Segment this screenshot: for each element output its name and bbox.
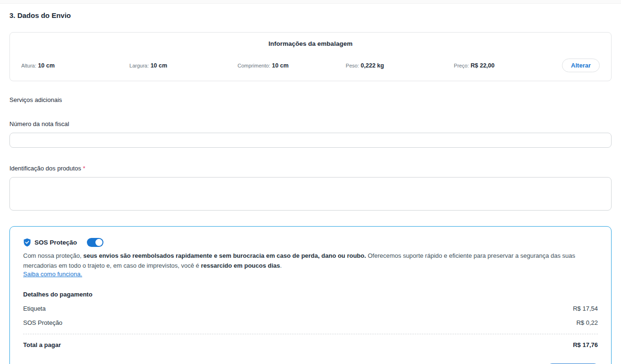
- sos-protection-title: SOS Proteção: [34, 239, 77, 246]
- product-identification-label-text: Identificação dos produtos: [9, 165, 81, 172]
- shield-check-icon: [23, 238, 31, 247]
- package-info-card: Informações da embalagem Altura: 10 cm L…: [9, 32, 612, 81]
- learn-how-link[interactable]: Saiba como funciona.: [23, 271, 82, 278]
- invoice-number-label-text: Número da nota fiscal: [9, 120, 69, 127]
- page-top-strip: [0, 0, 621, 4]
- field-label: Peso:: [346, 63, 359, 68]
- total-value: R$ 17,76: [573, 341, 598, 348]
- desc-text: .: [280, 262, 282, 269]
- package-field-height: Altura: 10 cm: [21, 62, 129, 69]
- desc-bold: ressarcido em poucos dias: [201, 262, 280, 269]
- field-value: 10 cm: [151, 62, 167, 69]
- payment-row-sos-fee: SOS Proteção R$ 0,22: [23, 319, 598, 326]
- additional-services-label: Serviços adicionais: [9, 96, 612, 103]
- sos-protection-toggle[interactable]: [87, 238, 103, 247]
- package-field-width: Largura: 10 cm: [129, 62, 238, 69]
- payment-details-title: Detalhes do pagamento: [23, 291, 598, 298]
- field-label: Altura:: [21, 63, 36, 68]
- payment-row-label-fee: Etiqueta R$ 17,54: [23, 305, 598, 312]
- field-label: Preço:: [454, 63, 469, 68]
- product-identification-textarea[interactable]: [9, 177, 612, 211]
- field-value: 10 cm: [38, 62, 54, 69]
- required-marker: *: [83, 165, 85, 172]
- sos-protection-header: SOS Proteção: [23, 238, 598, 247]
- payment-row-label: SOS Proteção: [23, 319, 62, 326]
- toggle-knob: [95, 239, 102, 246]
- payment-row-label: Etiqueta: [23, 305, 46, 312]
- payment-row-value: R$ 0,22: [576, 319, 598, 326]
- payment-row-value: R$ 17,54: [573, 305, 598, 312]
- field-value: R$ 22,00: [470, 62, 494, 69]
- field-value: 10 cm: [272, 62, 289, 69]
- package-field-length: Comprimento: 10 cm: [238, 62, 346, 69]
- page-title: 3. Dados do Envio: [9, 11, 612, 19]
- payment-divider: [23, 334, 598, 334]
- field-label: Largura:: [129, 63, 149, 68]
- shipping-data-section: 3. Dados do Envio Informações da embalag…: [0, 4, 621, 364]
- field-label: Comprimento:: [238, 63, 270, 68]
- sos-protection-description: Com nossa proteção, seus envios são reem…: [23, 251, 598, 271]
- desc-text: Com nossa proteção,: [23, 252, 83, 259]
- package-field-weight: Peso: 0,222 kg: [346, 62, 454, 69]
- sos-protection-card: SOS Proteção Com nossa proteção, seus en…: [9, 226, 612, 364]
- package-card-title: Informações da embalagem: [21, 40, 600, 47]
- invoice-number-label: Número da nota fiscal: [9, 120, 612, 127]
- change-package-button[interactable]: Alterar: [562, 59, 600, 72]
- product-identification-label: Identificação dos produtos *: [9, 165, 612, 172]
- payment-total-row: Total a pagar R$ 17,76: [23, 341, 598, 348]
- field-value: 0,222 kg: [361, 62, 384, 69]
- package-fields-row: Altura: 10 cm Largura: 10 cm Comprimento…: [21, 59, 600, 72]
- invoice-number-input[interactable]: [9, 133, 612, 148]
- total-label: Total a pagar: [23, 341, 61, 348]
- desc-bold: seus envios são reembolsados rapidamente…: [83, 252, 366, 259]
- package-field-price: Preço: R$ 22,00: [454, 62, 562, 69]
